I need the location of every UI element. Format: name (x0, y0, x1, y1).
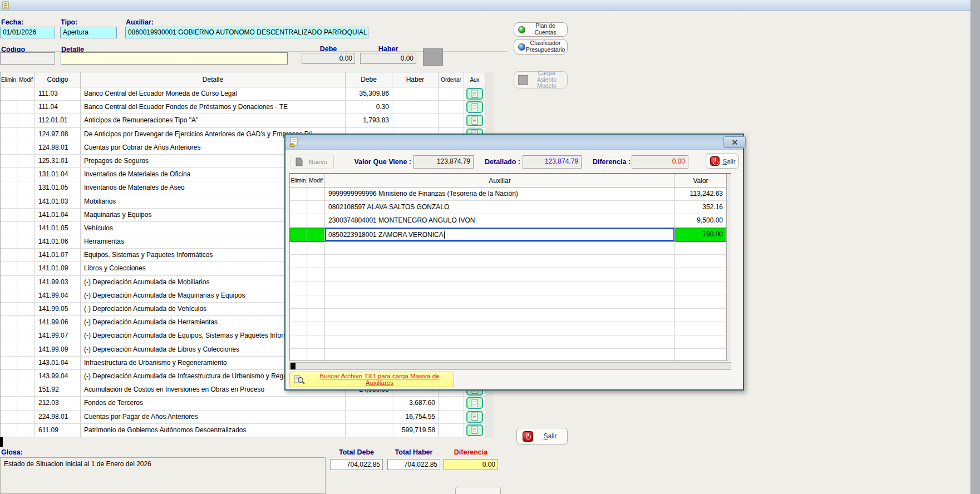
tipo-input[interactable]: Apertura (60, 27, 117, 38)
elimin-cell[interactable] (1, 424, 17, 437)
modif-cell[interactable] (17, 316, 35, 329)
modif-cell[interactable] (17, 114, 35, 127)
modif-cell[interactable] (17, 181, 35, 195)
elimin-cell[interactable] (1, 262, 17, 275)
modif-cell[interactable] (17, 424, 35, 437)
modif-cell[interactable] (17, 128, 35, 141)
haber-input[interactable]: 0.00 (360, 53, 416, 64)
modif-cell[interactable] (17, 343, 35, 357)
elimin-cell[interactable] (290, 241, 307, 255)
valor-cell[interactable] (675, 281, 726, 295)
auxiliar-edit-input[interactable]: 0850223918001 ZAMORA VERONICA (325, 228, 674, 241)
header-debe[interactable]: Debe (346, 72, 392, 87)
valor-cell[interactable] (675, 295, 726, 309)
elimin-cell[interactable] (290, 255, 307, 268)
valor-cell[interactable] (675, 335, 726, 349)
elimin-cell[interactable] (1, 329, 17, 343)
elimin-cell[interactable] (1, 276, 17, 289)
modal-salir-button[interactable]: Salir (706, 154, 739, 169)
valor-cell[interactable] (675, 255, 726, 268)
codigo-input[interactable] (0, 52, 55, 65)
auxiliar-cell[interactable] (325, 255, 675, 268)
elimin-cell[interactable] (1, 383, 17, 397)
header-codigo[interactable]: Código (35, 72, 81, 87)
debe-input[interactable]: 0.00 (302, 53, 355, 64)
auxiliar-cell[interactable] (325, 349, 675, 362)
modif-cell[interactable] (307, 309, 325, 322)
modif-cell[interactable] (307, 255, 325, 268)
ordenar-cell[interactable] (439, 397, 464, 410)
cargar-asiento-modelo-button[interactable]: Cargar Asiento Modelo (514, 71, 568, 88)
aux-button[interactable] (466, 424, 483, 436)
modif-cell[interactable] (17, 141, 35, 155)
detalle-input[interactable] (61, 52, 288, 65)
auxiliar-cell[interactable] (325, 241, 675, 255)
elimin-cell[interactable] (1, 101, 17, 114)
ordenar-cell[interactable] (439, 424, 464, 437)
elimin-cell[interactable] (290, 349, 307, 362)
aux-hscroll-thumb[interactable] (290, 363, 296, 369)
elimin-cell[interactable] (1, 397, 17, 410)
aux-header-auxiliar[interactable]: Auxiliar (325, 174, 675, 187)
modif-cell[interactable] (307, 349, 325, 362)
elimin-cell[interactable] (1, 141, 17, 155)
modif-cell[interactable] (307, 295, 325, 309)
modif-cell[interactable] (307, 214, 325, 228)
elimin-cell[interactable] (290, 309, 307, 322)
ordenar-cell[interactable] (439, 87, 464, 101)
elimin-cell[interactable] (290, 335, 307, 349)
gray-square-button[interactable] (423, 48, 443, 66)
elimin-cell[interactable] (1, 155, 17, 168)
header-detalle[interactable]: Detalle (81, 72, 346, 87)
aux-button[interactable] (466, 411, 483, 423)
elimin-cell[interactable] (290, 268, 307, 281)
auxiliar-cell[interactable] (325, 322, 675, 335)
auxiliar-cell[interactable] (325, 309, 675, 322)
auxiliar-cell[interactable] (325, 268, 675, 281)
aux-hscrollbar[interactable] (289, 362, 731, 370)
dialog-titlebar[interactable] (285, 135, 743, 150)
valor-cell[interactable] (675, 241, 726, 255)
modif-cell[interactable] (17, 383, 35, 397)
modif-cell[interactable] (17, 235, 35, 249)
elimin-cell[interactable] (1, 222, 17, 235)
elimin-cell[interactable] (1, 303, 17, 316)
elimin-cell[interactable] (1, 289, 17, 303)
modif-cell[interactable] (17, 262, 35, 275)
modif-cell[interactable] (17, 249, 35, 262)
auxiliar-input[interactable]: 0860019930001 GOBIERNO AUTONOMO DESCENTR… (125, 27, 368, 38)
elimin-cell[interactable] (1, 195, 17, 209)
elimin-cell[interactable] (1, 411, 17, 424)
modif-cell[interactable] (17, 276, 35, 289)
modif-cell[interactable] (17, 289, 35, 303)
modif-cell[interactable] (17, 101, 35, 114)
elimin-cell[interactable] (1, 209, 17, 222)
valor-cell[interactable] (675, 309, 726, 322)
fecha-input[interactable]: 01/01/2026 (0, 27, 55, 38)
elimin-cell[interactable] (1, 249, 17, 262)
elimin-cell[interactable] (290, 201, 307, 214)
elimin-cell[interactable] (1, 87, 17, 101)
modif-cell[interactable] (17, 195, 35, 209)
auxiliar-cell[interactable] (325, 295, 675, 309)
elimin-cell[interactable] (290, 214, 307, 228)
aux-table-scrollbar[interactable] (726, 174, 731, 361)
aux-button[interactable] (466, 88, 483, 100)
modif-cell[interactable] (17, 370, 35, 383)
modif-cell[interactable] (307, 187, 325, 201)
modif-cell[interactable] (17, 357, 35, 370)
elimin-cell[interactable] (1, 128, 17, 141)
buscar-txt-button[interactable]: Buscar Archivo TXT para carga Masiva de … (289, 372, 454, 387)
aux-button[interactable] (466, 115, 483, 126)
modif-cell[interactable] (17, 209, 35, 222)
elimin-cell[interactable] (1, 114, 17, 127)
elimin-cell[interactable] (1, 343, 17, 357)
header-haber[interactable]: Haber (392, 72, 439, 87)
modif-cell[interactable] (17, 411, 35, 424)
modif-cell[interactable] (17, 222, 35, 235)
modif-cell[interactable] (307, 268, 325, 281)
modif-cell[interactable] (307, 335, 325, 349)
auxiliar-edit-cell[interactable]: 0850223918001 ZAMORA VERONICA (325, 228, 675, 241)
elimin-cell[interactable] (1, 181, 17, 195)
modif-cell[interactable] (307, 241, 325, 255)
